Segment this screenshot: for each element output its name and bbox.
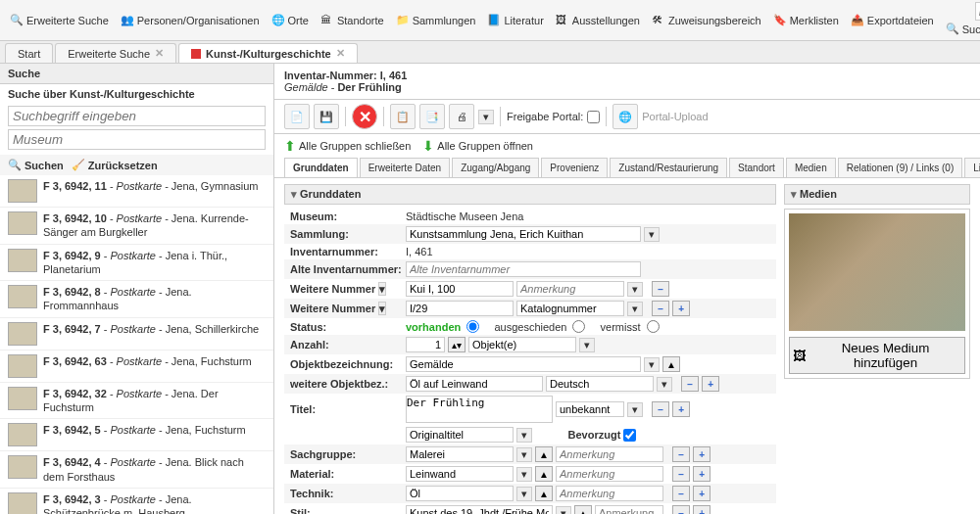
result-item[interactable]: F 3, 6942, 3 - Postkarte - Jena. Schütze…	[0, 489, 273, 514]
sach-add[interactable]: +	[693, 446, 710, 462]
upload-button[interactable]: 🌐	[612, 104, 638, 129]
mat-note[interactable]	[556, 466, 663, 482]
subtab-3[interactable]: Provenienz	[541, 158, 608, 177]
wnr2-label-dd[interactable]: ▾	[378, 302, 386, 315]
nav-ext-search[interactable]: 🔍Erweiterte Suche	[5, 12, 114, 29]
nav-watchlists[interactable]: 🔖Merklisten	[768, 12, 844, 29]
tech-input[interactable]	[406, 486, 514, 501]
sach-note[interactable]	[556, 446, 663, 462]
tech-dd[interactable]: ▾	[516, 487, 532, 501]
sammlung-dropdown[interactable]: ▾	[644, 227, 660, 242]
print-button[interactable]: 🖨	[449, 104, 474, 129]
titel-input[interactable]: Der Frühling	[406, 396, 553, 423]
mat-input[interactable]	[406, 466, 514, 482]
wnr2-add[interactable]: +	[672, 301, 690, 316]
new-button[interactable]: 📄	[284, 104, 310, 129]
tech-note[interactable]	[556, 486, 663, 501]
mat-dd[interactable]: ▾	[516, 467, 532, 482]
anzahl-dd[interactable]: ▾	[579, 338, 595, 352]
anzahl-stepper[interactable]: ▴▾	[448, 337, 466, 352]
result-item[interactable]: F 3, 6942, 63 - Postkarte - Jena, Fuchst…	[0, 350, 273, 383]
wnr1-input[interactable]	[406, 281, 514, 297]
save-button[interactable]: 💾	[314, 104, 339, 129]
copy-button[interactable]: 📋	[390, 104, 416, 129]
status-aus-radio[interactable]	[572, 320, 585, 333]
titel-kind[interactable]	[406, 427, 514, 443]
result-item[interactable]: F 3, 6942, 5 - Postkarte - Jena, Fuchstu…	[0, 419, 273, 451]
mat-add[interactable]: +	[693, 466, 710, 482]
nav-literature[interactable]: 📘Literatur	[482, 12, 548, 29]
wobjbez-add[interactable]: +	[702, 376, 719, 392]
subtab-8[interactable]: Literatur (4)	[964, 158, 980, 177]
wobjbez-lang[interactable]	[546, 376, 654, 392]
section-grunddaten[interactable]: Grunddaten	[284, 184, 776, 205]
wnr2-type[interactable]	[516, 301, 624, 316]
wnr1-note[interactable]	[516, 281, 624, 297]
start-search-button[interactable]: 🔍Suche starten	[941, 21, 980, 38]
nav-exports[interactable]: 📤Exportdateien	[846, 12, 939, 29]
result-item[interactable]: F 3, 6942, 10 - Postkarte - Jena. Kurren…	[0, 208, 273, 245]
stil-lookup[interactable]: ▲	[574, 505, 592, 514]
tab-ext-search[interactable]: Erweiterte Suche✕	[55, 43, 176, 63]
stil-note[interactable]	[595, 505, 663, 514]
result-item[interactable]: F 3, 6942, 4 - Postkarte - Jena. Blick n…	[0, 451, 273, 489]
objbez-dd[interactable]: ▾	[644, 357, 660, 372]
tab-start[interactable]: Start	[5, 43, 53, 63]
stil-input[interactable]	[406, 505, 553, 514]
subtab-1[interactable]: Erweiterte Daten	[360, 158, 450, 177]
section-medien[interactable]: Medien	[784, 184, 970, 205]
print-dropdown[interactable]: ▾	[478, 110, 494, 124]
objbez-input[interactable]	[406, 356, 641, 372]
titel-add[interactable]: +	[672, 401, 690, 417]
tech-lookup[interactable]: ▲	[535, 486, 553, 501]
subtab-5[interactable]: Standort	[729, 158, 784, 177]
sach-dd[interactable]: ▾	[516, 447, 532, 462]
tech-add[interactable]: +	[693, 486, 710, 501]
search-button[interactable]: 🔍Suchen	[8, 159, 64, 171]
sammlung-input[interactable]	[406, 226, 641, 242]
result-item[interactable]: F 3, 6942, 7 - Postkarte - Jena, Schille…	[0, 318, 273, 350]
wnr2-input[interactable]	[406, 301, 514, 316]
titel-remove[interactable]: −	[652, 401, 669, 417]
tab-culture[interactable]: Kunst-/Kulturgeschichte✕	[178, 43, 358, 63]
nav-collections[interactable]: 📁Sammlungen	[391, 12, 481, 29]
wnr2-remove[interactable]: −	[652, 301, 669, 316]
result-item[interactable]: F 3, 6942, 8 - Postkarte - Jena. Fromman…	[0, 281, 273, 318]
subtab-7[interactable]: Relationen (9) / Links (0)	[838, 158, 963, 177]
inv-search-input[interactable]	[975, 2, 980, 21]
wobjbez-input[interactable]	[406, 376, 543, 392]
wnr1-remove[interactable]: −	[652, 281, 669, 297]
stil-add[interactable]: +	[693, 505, 710, 514]
doc-button[interactable]: 📑	[419, 104, 445, 129]
tech-remove[interactable]: −	[672, 486, 690, 501]
wobjbez-dd[interactable]: ▾	[657, 377, 672, 392]
subtab-0[interactable]: Grunddaten	[284, 158, 358, 177]
altinv-input[interactable]	[406, 261, 641, 277]
sach-remove[interactable]: −	[672, 446, 690, 462]
wnr1-label-dd[interactable]: ▾	[378, 282, 386, 296]
titel-kind-dd[interactable]: ▾	[516, 428, 532, 443]
nav-locations[interactable]: 🏛Standorte	[316, 12, 389, 29]
close-icon[interactable]: ✕	[336, 47, 345, 60]
subtab-6[interactable]: Medien	[786, 158, 836, 177]
nav-places[interactable]: 🌐Orte	[267, 12, 314, 29]
status-ver-radio[interactable]	[647, 320, 660, 333]
add-medium-button[interactable]: 🖼Neues Medium hinzufügen	[789, 337, 965, 374]
reset-button[interactable]: 🧹Zurücksetzen	[72, 159, 158, 171]
subtab-2[interactable]: Zugang/Abgang	[452, 158, 539, 177]
result-item[interactable]: F 3, 6942, 9 - Postkarte - Jena i. Thür.…	[0, 245, 273, 282]
stil-remove[interactable]: −	[672, 505, 690, 514]
wobjbez-remove[interactable]: −	[681, 376, 699, 392]
objbez-lookup[interactable]: ▲	[662, 356, 680, 372]
sach-input[interactable]	[406, 446, 514, 462]
open-all-groups[interactable]: ⬇Alle Gruppen öffnen	[422, 138, 533, 154]
close-icon[interactable]: ✕	[155, 47, 164, 60]
search-museum-input[interactable]	[8, 129, 266, 150]
status-vorhanden-radio[interactable]	[466, 320, 479, 333]
media-thumbnail[interactable]	[789, 213, 965, 331]
anzahl-input[interactable]	[406, 337, 445, 352]
stil-dd[interactable]: ▾	[556, 506, 571, 515]
mat-lookup[interactable]: ▲	[535, 466, 553, 482]
close-all-groups[interactable]: ⬆Alle Gruppen schließen	[284, 138, 411, 154]
nav-exhibitions[interactable]: 🖼Ausstellungen	[551, 12, 645, 29]
